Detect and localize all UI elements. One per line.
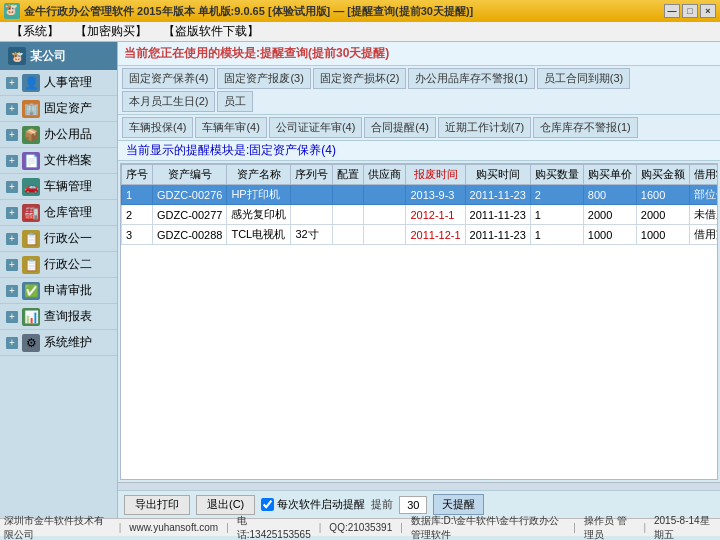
col-price: 购买单价 (583, 165, 636, 185)
sidebar-item-system[interactable]: + ⚙ 系统维护 (0, 330, 117, 356)
sidebar: 🐮 某公司 + 👤 人事管理 + 🏢 固定资产 + 📦 办公用品 + 📄 文件档… (0, 42, 118, 518)
content-area: 当前您正在使用的模块是:提醒查询(提前30天提醒) 固定资产保养(4) 固定资产… (118, 42, 720, 518)
horizontal-scrollbar[interactable] (118, 482, 720, 490)
sidebar-label-vehicle: 车辆管理 (44, 178, 92, 195)
tab-contract-remind[interactable]: 合同提醒(4) (364, 117, 435, 138)
col-status: 借用状态 (689, 165, 718, 185)
window-controls: — □ × (664, 4, 716, 18)
table-row[interactable]: 2GDZC-00277感光复印机2012-1-12011-11-23120002… (122, 205, 719, 225)
sidebar-item-hr[interactable]: + 👤 人事管理 (0, 70, 117, 96)
tab-warehouse-stock[interactable]: 仓库库存不警报(1) (533, 117, 637, 138)
menu-buy[interactable]: 【加密购买】 (68, 21, 154, 42)
sidebar-label-assets: 固定资产 (44, 100, 92, 117)
table-row[interactable]: 1GDZC-00276HP打印机2013-9-32011-11-23280016… (122, 185, 719, 205)
tab-bar-row1: 固定资产保养(4) 固定资产报废(3) 固定资产损坏(2) 办公用品库存不警报(… (118, 66, 720, 115)
approval-icon: ✅ (22, 282, 40, 300)
col-qty: 购买数量 (530, 165, 583, 185)
sidebar-item-admin1[interactable]: + 📋 行政公一 (0, 226, 117, 252)
table-cell-0-11: 部位借用 (689, 185, 718, 205)
close-button[interactable]: × (700, 4, 716, 18)
table-cell-0-10: 1600 (636, 185, 689, 205)
vehicle-icon: 🚗 (22, 178, 40, 196)
tab-contract-expire[interactable]: 员工合同到期(3) (537, 68, 630, 89)
tab-bar-row2: 车辆投保(4) 车辆年审(4) 公司证证年审(4) 合同提醒(4) 近期工作计划… (118, 115, 720, 141)
sidebar-item-admin2[interactable]: + 📋 行政公二 (0, 252, 117, 278)
tab-birthday[interactable]: 本月员工生日(2) (122, 91, 215, 112)
expand-icon-warehouse: + (6, 207, 18, 219)
expand-icon-admin2: + (6, 259, 18, 271)
table-cell-1-4 (333, 205, 364, 225)
tab-asset-damage[interactable]: 固定资产损坏(2) (313, 68, 406, 89)
table-cell-1-1: GDZC-00277 (153, 205, 227, 225)
minimize-button[interactable]: — (664, 4, 680, 18)
sidebar-item-warehouse[interactable]: + 🏭 仓库管理 (0, 200, 117, 226)
expand-icon-admin1: + (6, 233, 18, 245)
current-module-text: 当前显示的提醒模块是:固定资产保养(4) (126, 142, 336, 159)
startup-remind-checkbox-label[interactable]: 每次软件启动提醒 (261, 497, 365, 512)
no-remind-button[interactable]: 天提醒 (433, 494, 484, 515)
col-seq: 序号 (122, 165, 153, 185)
table-cell-2-2: TCL电视机 (227, 225, 291, 245)
sidebar-label-admin2: 行政公二 (44, 256, 92, 273)
status-qq: QQ:21035391 (329, 522, 392, 533)
table-cell-2-11: 借用完毕 (689, 225, 718, 245)
table-cell-2-10: 1000 (636, 225, 689, 245)
sidebar-item-assets[interactable]: + 🏢 固定资产 (0, 96, 117, 122)
table-cell-1-8: 1 (530, 205, 583, 225)
table-row[interactable]: 3GDZC-00288TCL电视机32寸2011-12-12011-11-231… (122, 225, 719, 245)
maximize-button[interactable]: □ (682, 4, 698, 18)
system-icon: ⚙ (22, 334, 40, 352)
expand-icon-docs: + (6, 155, 18, 167)
table-cell-0-6: 2013-9-3 (406, 185, 465, 205)
menu-bar: 【系统】 【加密购买】 【盗版软件下载】 (0, 22, 720, 42)
tab-vehicle-annual[interactable]: 车辆年审(4) (195, 117, 266, 138)
sidebar-label-office: 办公用品 (44, 126, 92, 143)
company-icon: 🐮 (8, 47, 26, 65)
status-operator: 操作员 管理员 (584, 514, 636, 541)
tab-work-plan[interactable]: 近期工作计划(7) (438, 117, 531, 138)
sidebar-item-approval[interactable]: + ✅ 申请审批 (0, 278, 117, 304)
tab-office-stock[interactable]: 办公用品库存不警报(1) (408, 68, 534, 89)
sidebar-label-approval: 申请审批 (44, 282, 92, 299)
table-cell-1-7: 2011-11-23 (465, 205, 530, 225)
office-icon: 📦 (22, 126, 40, 144)
menu-system[interactable]: 【系统】 (4, 21, 66, 42)
tab-asset-maintenance[interactable]: 固定资产保养(4) (122, 68, 215, 89)
expand-icon-approval: + (6, 285, 18, 297)
table-cell-1-3 (291, 205, 333, 225)
table-cell-1-10: 2000 (636, 205, 689, 225)
table-cell-1-6: 2012-1-1 (406, 205, 465, 225)
sidebar-item-office[interactable]: + 📦 办公用品 (0, 122, 117, 148)
current-module-label: 当前显示的提醒模块是:固定资产保养(4) (118, 141, 720, 161)
module-header: 当前您正在使用的模块是:提醒查询(提前30天提醒) (118, 42, 720, 66)
col-name: 资产名称 (227, 165, 291, 185)
tab-employee[interactable]: 员工 (217, 91, 253, 112)
tab-vehicle-insurance[interactable]: 车辆投保(4) (122, 117, 193, 138)
menu-download[interactable]: 【盗版软件下载】 (156, 21, 266, 42)
sidebar-item-reports[interactable]: + 📊 查询报表 (0, 304, 117, 330)
main-layout: 🐮 某公司 + 👤 人事管理 + 🏢 固定资产 + 📦 办公用品 + 📄 文件档… (0, 42, 720, 518)
tab-company-annual[interactable]: 公司证证年审(4) (269, 117, 362, 138)
expand-icon-reports: + (6, 311, 18, 323)
sidebar-item-vehicle[interactable]: + 🚗 车辆管理 (0, 174, 117, 200)
tab-asset-scrap[interactable]: 固定资产报废(3) (217, 68, 310, 89)
startup-remind-label: 每次软件启动提醒 (277, 497, 365, 512)
status-website: www.yuhansoft.com (129, 522, 218, 533)
table-cell-0-5 (364, 185, 406, 205)
table-cell-2-7: 2011-11-23 (465, 225, 530, 245)
table-cell-0-2: HP打印机 (227, 185, 291, 205)
col-amount: 购买金额 (636, 165, 689, 185)
sidebar-item-docs[interactable]: + 📄 文件档案 (0, 148, 117, 174)
asset-table: 序号 资产编号 资产名称 序列号 配置 供应商 报废时间 购买时间 购买数量 购… (121, 164, 718, 245)
export-print-button[interactable]: 导出打印 (124, 495, 190, 515)
reports-icon: 📊 (22, 308, 40, 326)
table-wrapper[interactable]: 序号 资产编号 资产名称 序列号 配置 供应商 报废时间 购买时间 购买数量 购… (120, 163, 718, 480)
exit-button[interactable]: 退出(C) (196, 495, 255, 515)
remind-days-input[interactable] (399, 496, 427, 514)
hr-icon: 👤 (22, 74, 40, 92)
col-buydate: 购买时间 (465, 165, 530, 185)
sidebar-label-system: 系统维护 (44, 334, 92, 351)
table-cell-0-0: 1 (122, 185, 153, 205)
startup-remind-checkbox[interactable] (261, 498, 274, 511)
expand-icon-assets: + (6, 103, 18, 115)
